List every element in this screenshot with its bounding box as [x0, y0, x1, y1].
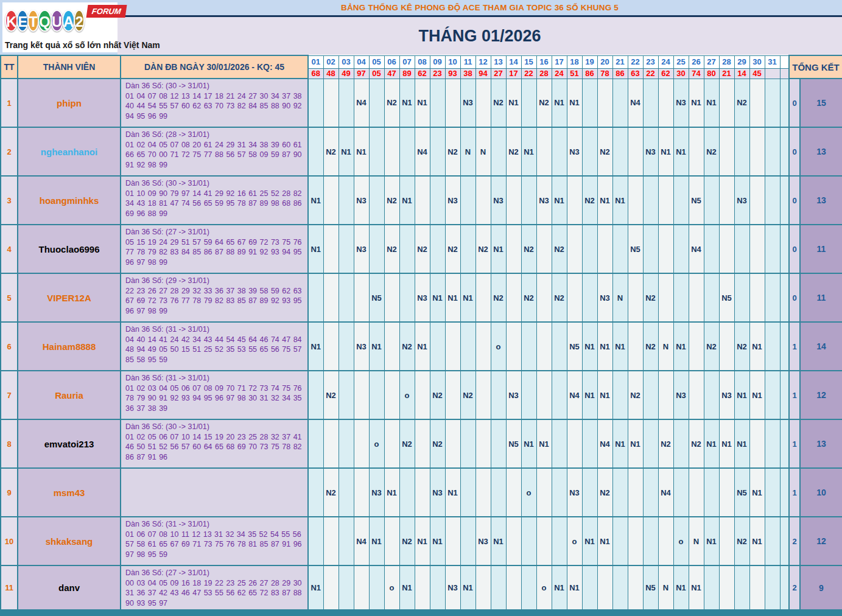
- day-cell: N1: [612, 322, 628, 371]
- day-cell: N2: [399, 322, 415, 371]
- kq-value: 27: [491, 68, 506, 79]
- day-cell: [339, 176, 354, 225]
- day-cell: N4: [628, 79, 643, 127]
- member-name[interactable]: shkaksang: [46, 536, 93, 547]
- member-name[interactable]: Rauria: [55, 390, 83, 401]
- total-o-cell: 2: [789, 565, 800, 610]
- day-cell: N2: [597, 127, 612, 176]
- day-cell: [749, 273, 765, 322]
- day-cell: [536, 468, 552, 517]
- table-row: 11danvDàn 36 Số: (27 -> 31/01)00 03 04 0…: [1, 565, 842, 610]
- member-name[interactable]: hoangminhks: [40, 195, 99, 206]
- dan-title: Dàn 36 Số: (27 -> 31/01): [125, 227, 305, 237]
- gap-cell: [780, 176, 789, 225]
- day-cell: [506, 565, 521, 610]
- day-cell: [643, 419, 658, 468]
- day-cell: [430, 565, 445, 610]
- day-cell: [749, 127, 765, 176]
- dan-cell: Dàn 36 Số: (30 -> 31/01)01 10 09 90 79 9…: [121, 176, 308, 225]
- dan-numbers: 01 10 09 90 79 97 14 41 29 92 16 61 25 5…: [125, 189, 305, 219]
- day-cell: [339, 565, 354, 610]
- day-cell: [384, 419, 399, 468]
- day-cell: [597, 79, 612, 127]
- day-cell: N1: [308, 565, 323, 610]
- member-name[interactable]: phipn: [57, 98, 82, 108]
- day-cell: [339, 419, 354, 468]
- day-cell: N5: [719, 273, 734, 322]
- day-cell: N1: [704, 79, 719, 127]
- day-cell: N3: [597, 273, 612, 322]
- day-cell: N5: [689, 176, 704, 225]
- day-cell: N1: [552, 176, 567, 225]
- day-cell: N1: [430, 273, 445, 322]
- dan-title: Dàn 36 Số: (28 -> 31/01): [125, 130, 305, 140]
- day-cell: N2: [384, 176, 399, 225]
- day-cell: N1: [582, 517, 597, 565]
- day-cell: [369, 127, 384, 176]
- day-cell: [308, 273, 323, 322]
- member-name[interactable]: danv: [58, 583, 80, 593]
- day-cell: [582, 565, 597, 610]
- day-header: 18: [567, 55, 582, 68]
- gap-cell: [780, 127, 789, 176]
- day-cell: [506, 273, 521, 322]
- member-cell: hoangminhks: [18, 176, 121, 225]
- dan-numbers: 00 03 04 05 09 16 18 19 22 23 25 26 27 2…: [125, 578, 305, 609]
- dan-cell: Dàn 36 Số: (30 -> 31/01)01 02 05 06 07 1…: [121, 419, 308, 468]
- day-cell: [384, 322, 399, 371]
- dan-cell: Dàn 36 Số: (27 -> 31/01)00 03 04 05 09 1…: [121, 565, 308, 610]
- day-header: 05: [369, 55, 384, 68]
- kq-value: 22: [521, 68, 536, 79]
- month-title: THÁNG 01/2026: [118, 17, 842, 55]
- day-cell: [399, 225, 415, 273]
- day-cell: N2: [415, 225, 430, 273]
- day-cell: [460, 176, 475, 225]
- day-cell: [536, 371, 552, 419]
- day-cell: N1: [430, 517, 445, 565]
- day-cell: N1: [612, 176, 628, 225]
- day-cell: [704, 225, 719, 273]
- day-cell: o: [491, 322, 506, 371]
- day-cell: [491, 371, 506, 419]
- day-cell: N1: [460, 273, 475, 322]
- member-name[interactable]: Hainam8888: [43, 341, 96, 352]
- day-cell: o: [521, 468, 536, 517]
- day-cell: N2: [658, 419, 673, 468]
- col-header-dan: DÀN ĐB NGÀY 30/01/2026 - KQ: 45: [121, 55, 308, 79]
- member-name[interactable]: VIPER12A: [47, 293, 91, 303]
- member-name[interactable]: Thuoclao6996: [38, 244, 99, 254]
- day-cell: N3: [475, 517, 491, 565]
- day-cell: N1: [521, 419, 536, 468]
- day-cell: [323, 419, 339, 468]
- member-cell: shkaksang: [18, 517, 121, 565]
- table-row: 7RauriaDàn 36 Số: (31 -> 31/01)01 02 03 …: [1, 371, 842, 419]
- day-cell: N4: [658, 468, 673, 517]
- day-cell: N3: [643, 127, 658, 176]
- member-name[interactable]: emvatoi213: [44, 439, 94, 449]
- member-cell: Hainam8888: [18, 322, 121, 371]
- member-name[interactable]: msm43: [54, 488, 85, 498]
- total-o-cell: 0: [789, 176, 800, 225]
- day-header: 06: [384, 55, 399, 68]
- kq-value: 93: [445, 68, 460, 79]
- day-header: 31: [765, 55, 780, 68]
- total-o-cell: 1: [789, 322, 800, 371]
- dan-cell: Dàn 36 Số: (31 -> 31/01)01 06 07 08 10 1…: [121, 517, 308, 565]
- day-cell: [597, 565, 612, 610]
- day-cell: [339, 468, 354, 517]
- day-cell: N1: [749, 322, 765, 371]
- kq-value: 23: [430, 68, 445, 79]
- gap-cell: [780, 225, 789, 273]
- day-cell: N2: [643, 273, 658, 322]
- day-cell: N1: [734, 371, 749, 419]
- day-cell: N3: [354, 176, 369, 225]
- day-cell: [612, 371, 628, 419]
- logo-letter: E: [16, 10, 29, 32]
- gap-cell: [780, 273, 789, 322]
- day-cell: N1: [552, 79, 567, 127]
- day-cell: [612, 517, 628, 565]
- logo-letter: K: [5, 10, 18, 32]
- member-name[interactable]: ngheanhanoi: [41, 147, 97, 157]
- day-cell: [339, 371, 354, 419]
- day-cell: N2: [521, 273, 536, 322]
